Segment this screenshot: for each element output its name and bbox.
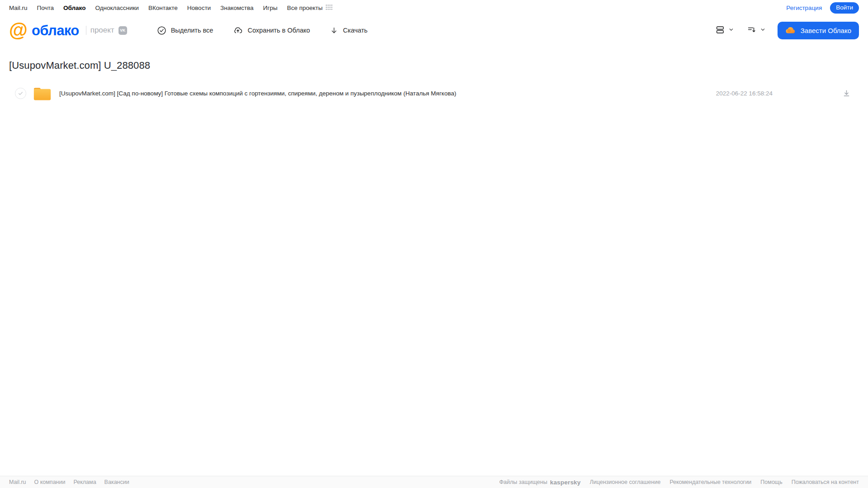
footer-right-links: Файлы защищены kaspersky Лицензионное со… <box>499 479 859 486</box>
get-cloud-label: Завести Облако <box>801 27 851 34</box>
cloud-upload-icon <box>233 26 243 35</box>
check-circle-icon <box>157 26 166 35</box>
apps-grid-icon <box>326 5 332 11</box>
nav-vkontakte[interactable]: ВКонтакте <box>148 5 178 11</box>
nav-dating[interactable]: Знакомства <box>220 5 253 11</box>
footer-report-link[interactable]: Пожаловаться на контент <box>792 479 859 485</box>
cloud-logo-text: облако <box>32 24 79 38</box>
view-mode-selector[interactable] <box>714 24 735 37</box>
vk-project-tag: проект VK <box>86 26 127 35</box>
footer-recommendations-link[interactable]: Рекомендательные технологии <box>669 479 751 485</box>
portal-nav-links: Mail.ru Почта Облако Одноклассники ВКонт… <box>9 5 332 11</box>
select-all-button[interactable]: Выделить все <box>155 23 215 38</box>
vk-logo-icon: VK <box>119 26 127 35</box>
nav-mail[interactable]: Почта <box>37 5 54 11</box>
row-download-button[interactable] <box>841 88 852 99</box>
save-to-cloud-label: Сохранить в Облако <box>247 27 310 34</box>
page-footer: Mail.ru О компании Реклама Вакансии Файл… <box>0 476 868 488</box>
portal-nav: Mail.ru Почта Облако Одноклассники ВКонт… <box>0 0 868 15</box>
sort-selector[interactable] <box>746 24 767 37</box>
chevron-down-icon <box>728 27 734 34</box>
footer-jobs-link[interactable]: Вакансии <box>104 479 129 485</box>
file-modified-date: 2022-06-22 16:58:24 <box>716 90 773 97</box>
main-content: [UsupovMarket.com] U_288088 <box>0 60 868 104</box>
download-label: Скачать <box>343 27 367 34</box>
sort-icon <box>747 25 757 36</box>
cloud-public-page: Mail.ru Почта Облако Одноклассники ВКонт… <box>0 0 868 488</box>
footer-ads-link[interactable]: Реклама <box>73 479 96 485</box>
nav-cloud[interactable]: Облако <box>63 5 85 11</box>
save-to-cloud-button[interactable]: Сохранить в Облако <box>231 23 312 38</box>
footer-left-links: Mail.ru О компании Реклама Вакансии <box>9 479 129 485</box>
page-title: [UsupovMarket.com] U_288088 <box>9 60 859 71</box>
portal-nav-auth: Регистрация Войти <box>786 2 859 14</box>
registration-link[interactable]: Регистрация <box>786 5 822 11</box>
footer-help-link[interactable]: Помощь <box>760 479 782 485</box>
logo-divider <box>86 26 86 35</box>
list-view-icon <box>715 25 725 36</box>
login-button[interactable]: Войти <box>830 2 859 14</box>
select-all-label: Выделить все <box>171 27 213 34</box>
download-arrow-icon <box>330 26 338 35</box>
download-button[interactable]: Скачать <box>328 24 369 38</box>
file-toolbar: Выделить все Сохранить в Облако Скача <box>155 23 370 38</box>
nav-all-projects-label: Все проекты <box>287 5 323 11</box>
protected-by-label: Файлы защищены <box>499 479 547 485</box>
footer-license-link[interactable]: Лицензионное соглашение <box>590 479 661 485</box>
folder-icon[interactable] <box>33 85 52 101</box>
nav-news[interactable]: Новости <box>187 5 211 11</box>
download-tray-icon <box>842 89 851 98</box>
cloud-header: @ облако проект VK Выделить все <box>0 15 868 46</box>
project-label: проект <box>90 26 114 35</box>
kaspersky-logo[interactable]: kaspersky <box>550 479 581 486</box>
files-protected-note: Файлы защищены kaspersky <box>499 479 581 486</box>
footer-about-link[interactable]: О компании <box>34 479 66 485</box>
file-row[interactable]: [UsupovMarket.com] [Сад по-новому] Готов… <box>9 82 859 104</box>
file-name-link[interactable]: [UsupovMarket.com] [Сад по-новому] Готов… <box>59 90 456 97</box>
get-cloud-button[interactable]: Завести Облако <box>778 22 859 39</box>
cloud-icon <box>785 26 796 35</box>
nav-all-projects[interactable]: Все проекты <box>287 5 332 11</box>
chevron-down-icon <box>760 27 766 34</box>
cloud-logo[interactable]: @ облако проект VK <box>9 21 127 39</box>
nav-odnoklassniki[interactable]: Одноклассники <box>95 5 138 11</box>
mailru-at-icon: @ <box>9 21 28 39</box>
nav-games[interactable]: Игры <box>263 5 278 11</box>
footer-mailru-link[interactable]: Mail.ru <box>9 479 26 485</box>
check-icon <box>18 90 24 96</box>
nav-mailru[interactable]: Mail.ru <box>9 5 28 11</box>
header-right-controls: Завести Облако <box>714 22 859 39</box>
row-checkbox[interactable] <box>15 88 26 99</box>
